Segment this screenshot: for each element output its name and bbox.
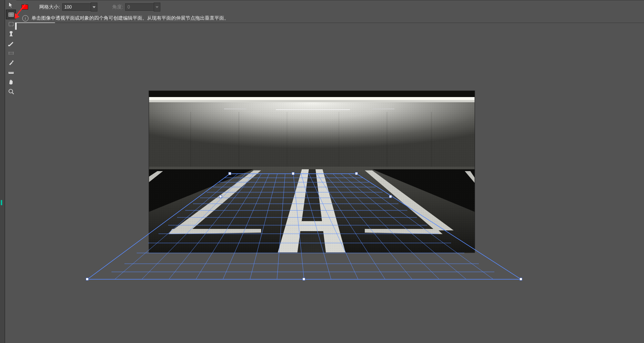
chevron-down-icon xyxy=(93,6,96,8)
transform-tool[interactable] xyxy=(6,48,16,58)
svg-rect-12 xyxy=(9,54,9,54)
measure-tool[interactable] xyxy=(6,67,16,77)
options-bar: 网格大小: 角度: xyxy=(16,0,644,14)
eyedropper-tool[interactable] xyxy=(6,58,16,67)
angle-dropdown xyxy=(154,3,160,11)
left-strip xyxy=(0,0,5,343)
color-swatch[interactable] xyxy=(21,4,28,10)
svg-point-20 xyxy=(9,89,13,93)
svg-rect-88 xyxy=(228,172,231,175)
svg-rect-11 xyxy=(13,52,14,53)
svg-rect-90 xyxy=(86,278,89,280)
svg-rect-13 xyxy=(13,54,14,54)
svg-rect-54 xyxy=(149,167,475,253)
document-image xyxy=(149,91,475,253)
svg-rect-32 xyxy=(276,109,350,110)
zoom-tool[interactable] xyxy=(6,87,16,96)
svg-rect-29 xyxy=(149,100,475,102)
svg-rect-31 xyxy=(149,102,475,168)
grid-handle-left-mid[interactable] xyxy=(219,195,222,198)
info-bar: i 单击图像中透视平面或对象的四个角可创建编辑平面。从现有平面的伸展节点拖出垂直… xyxy=(16,14,644,23)
chevron-down-icon xyxy=(156,6,159,8)
grid-size-dropdown[interactable] xyxy=(91,3,97,11)
angle-input xyxy=(125,3,154,11)
brush-tool[interactable] xyxy=(6,39,16,48)
marquee-tool[interactable] xyxy=(6,19,16,29)
grid-handle-right-mid[interactable] xyxy=(389,195,392,198)
svg-rect-14 xyxy=(11,60,13,62)
canvas-area[interactable] xyxy=(17,23,644,343)
svg-point-8 xyxy=(8,45,10,46)
edit-plane-tool[interactable] xyxy=(6,0,16,10)
stamp-tool[interactable] xyxy=(6,29,16,39)
svg-rect-34 xyxy=(372,109,394,109)
svg-rect-91 xyxy=(520,278,522,280)
canvas-svg xyxy=(17,23,644,343)
info-text: 单击图像中透视平面或对象的四个角可创建编辑平面。从现有平面的伸展节点拖出垂直平面… xyxy=(31,15,229,21)
svg-rect-28 xyxy=(149,97,475,100)
grid-size-input[interactable] xyxy=(62,3,91,11)
angle-label: 角度: xyxy=(112,4,123,10)
create-plane-tool[interactable] xyxy=(6,10,16,19)
tool-column xyxy=(5,0,17,343)
svg-rect-6 xyxy=(9,22,13,26)
grid-handle-top-mid[interactable] xyxy=(292,172,294,175)
svg-line-21 xyxy=(12,93,14,94)
grid-handle-bottom-mid[interactable] xyxy=(303,278,305,280)
grid-size-label: 网格大小: xyxy=(39,4,60,10)
info-icon: i xyxy=(22,15,29,21)
svg-rect-33 xyxy=(224,109,246,109)
svg-rect-89 xyxy=(355,172,358,175)
panel-handle[interactable] xyxy=(1,200,2,205)
hand-tool[interactable] xyxy=(6,77,16,87)
svg-rect-9 xyxy=(9,52,13,54)
svg-rect-10 xyxy=(9,52,9,53)
svg-point-7 xyxy=(10,31,13,33)
